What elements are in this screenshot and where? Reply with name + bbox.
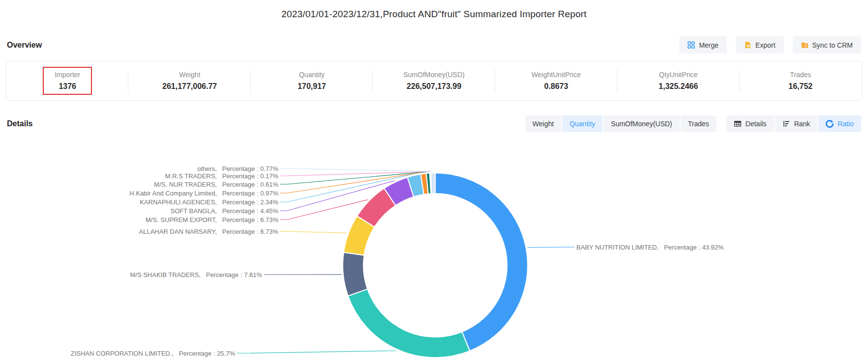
stat-value: 226,507,173.99 [403, 82, 464, 91]
tab-quantity[interactable]: Quantity [562, 115, 602, 132]
pie-label-m-r-s-traders: M.R.S TRADERS, Percentage : 0.17% [165, 172, 279, 180]
stat-box: Quantity170,917 [293, 68, 331, 94]
stat-sumofmoney-usd: SumOfMoney(USD)226,507,173.99 [373, 68, 495, 94]
details-header-row: Details WeightQuantitySumOfMoney(USD)Tra… [0, 115, 868, 132]
details-view-button[interactable]: Details [726, 115, 774, 132]
view-button-group: DetailsRankRatio [726, 115, 861, 132]
details-controls: WeightQuantitySumOfMoney(USD)TradesDetai… [525, 115, 861, 132]
button-label: Details [746, 120, 767, 127]
tab-weight[interactable]: Weight [525, 115, 561, 132]
details-heading: Details [7, 119, 32, 128]
pie-label-others: others, Percentage : 0.77% [197, 165, 278, 172]
pie-label-line-zishan-corporation-limited [237, 351, 396, 353]
stat-label: SumOfMoney(USD) [403, 71, 464, 79]
export-icon [744, 41, 751, 49]
pie-label-line-m-s-suprem-export [280, 199, 368, 220]
stat-box: SumOfMoney(USD)226,507,173.99 [398, 68, 469, 94]
button-label: Merge [699, 42, 718, 49]
stat-value: 0.8673 [532, 82, 581, 91]
tab-label: SumOfMoney(USD) [611, 120, 672, 127]
pie-label-line-allahar-dan-narsary [280, 231, 347, 233]
button-label: Export [755, 42, 775, 49]
pie-label-m-s-suprem-export: M/S. SUPREM EXPORT, Percentage : 6.73% [146, 216, 278, 224]
stat-weight: Weight261,177,006.77 [128, 68, 250, 94]
tab-sumofmoney-usd[interactable]: SumOfMoney(USD) [603, 115, 679, 132]
stat-qtyunitprice: QtyUnitPrice1,325.2466 [617, 68, 739, 94]
stat-box: WeightUnitPrice0.8673 [527, 68, 586, 94]
pie-label-h-kabir-and-company-limited: H.Kabir And Company Limited, Percentage … [129, 190, 278, 197]
tab-trades[interactable]: Trades [681, 115, 717, 132]
importer-report-page: 2023/01/01-2023/12/31,Product AND"fruit"… [0, 0, 868, 132]
stat-label: Weight [162, 71, 217, 79]
metric-tab-group: WeightQuantitySumOfMoney(USD)Trades [525, 115, 717, 132]
overview-stats-card: Importer1376Weight261,177,006.77Quantity… [6, 61, 862, 101]
ratio-icon [826, 120, 834, 128]
page-title: 2023/01/01-2023/12/31,Product AND"fruit"… [0, 0, 868, 20]
pie-label-karnaphuli-agencies: KARNAPHULI AGENCIES, Percentage : 2.34% [140, 198, 278, 206]
stat-box: Weight261,177,006.77 [157, 68, 222, 94]
overview-action-buttons: MergeExportSync to CRM [670, 36, 861, 54]
details-icon [734, 120, 742, 128]
rank-icon [782, 120, 790, 128]
merge-button[interactable]: Merge [679, 36, 727, 54]
pie-label-baby-nutrition-limited: BABY NUTRITION LIMITED, Percentage : 43.… [576, 244, 724, 251]
sync-icon [801, 41, 808, 49]
tab-label: Weight [533, 120, 554, 127]
pie-slice-baby-nutrition-limited[interactable] [435, 173, 528, 351]
button-label: Ratio [838, 120, 854, 127]
stat-highlight-box: Importer1376 [43, 67, 92, 95]
stat-value: 1,325.2466 [658, 82, 698, 91]
stat-box: QtyUnitPrice1,325.2466 [654, 68, 703, 94]
stat-quantity: Quantity170,917 [251, 68, 373, 94]
stat-trades: Trades16,752 [740, 68, 862, 94]
pie-label-soft-bangla: SOFT BANGLA, Percentage : 4.45% [171, 207, 279, 215]
pie-slice-zishan-corporation-limited[interactable] [348, 289, 470, 358]
overview-heading: Overview [7, 41, 42, 50]
button-label: Sync to CRM [812, 42, 853, 49]
ratio-view-button[interactable]: Ratio [818, 115, 861, 132]
pie-label-allahar-dan-narsary: ALLAHAR DAN NARSARY, Percentage : 6.73% [139, 228, 279, 235]
stat-value: 170,917 [298, 82, 326, 91]
pie-slice-m-s-shakib-traders[interactable] [343, 252, 367, 296]
stat-weightunitprice: WeightUnitPrice0.8673 [495, 68, 617, 94]
tab-label: Trades [688, 120, 709, 127]
pie-label-m-s-shakib-traders: M/S SHAKIB TRADERS, Percentage : 7.61% [130, 271, 262, 279]
pie-label-m-s-nur-traders: M/S. NUR TRADERS, Percentage : 0.61% [154, 181, 278, 188]
export-button[interactable]: Export [736, 36, 783, 54]
stat-label: QtyUnitPrice [658, 71, 698, 79]
stat-value: 261,177,006.77 [162, 82, 217, 91]
overview-header-row: Overview MergeExportSync to CRM [0, 36, 868, 54]
stat-importer: Importer1376 [6, 67, 128, 95]
pie-slice-others[interactable] [431, 173, 435, 194]
stat-label: Quantity [298, 71, 326, 79]
merge-icon [688, 41, 695, 49]
pie-label-line-others [280, 168, 433, 171]
stat-value: 16,752 [788, 82, 812, 91]
stat-label: Importer [55, 71, 80, 79]
pie-label-zishan-corporation-limited: ZISHAN CORPORATION LIMITED., Percentage … [71, 350, 236, 357]
sync-to-crm-button[interactable]: Sync to CRM [793, 36, 861, 54]
button-label: Rank [794, 120, 810, 127]
tab-label: Quantity [569, 120, 595, 127]
stat-value: 1376 [55, 82, 80, 91]
stat-box: Trades16,752 [783, 68, 817, 94]
stat-label: Trades [788, 71, 812, 79]
stat-label: WeightUnitPrice [532, 71, 581, 79]
importer-ratio-donut-chart: BABY NUTRITION LIMITED, Percentage : 43.… [0, 138, 868, 364]
rank-view-button[interactable]: Rank [775, 115, 818, 132]
pie-label-line-baby-nutrition-limited [528, 247, 574, 248]
